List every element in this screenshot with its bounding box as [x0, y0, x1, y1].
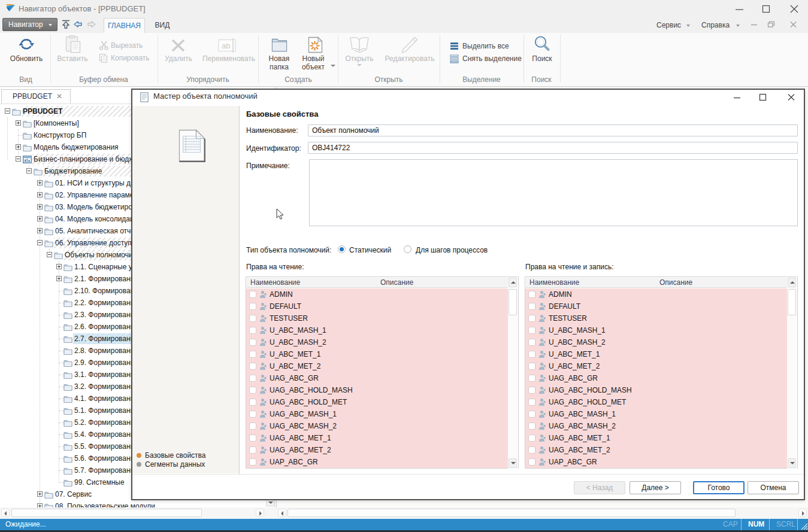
svg-text:ab: ab: [222, 41, 230, 50]
